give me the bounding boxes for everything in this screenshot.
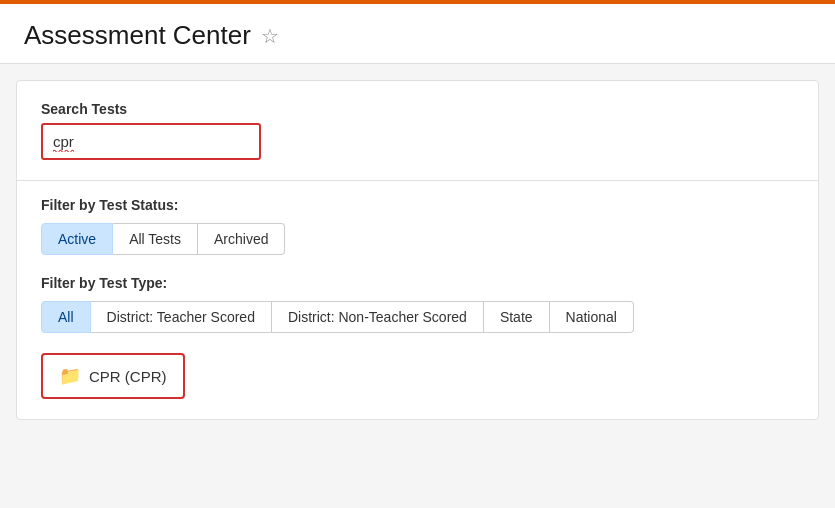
result-item-cpr[interactable]: 📁 CPR (CPR) — [41, 353, 185, 399]
filter-status-active-button[interactable]: Active — [41, 223, 113, 255]
divider — [17, 180, 818, 181]
search-box-wrapper: cpr — [41, 123, 261, 160]
filter-type-state-button[interactable]: State — [484, 301, 550, 333]
search-input-display[interactable]: cpr — [43, 125, 259, 158]
search-value-text: cpr — [53, 133, 74, 150]
filter-type-district-teacher-button[interactable]: District: Teacher Scored — [91, 301, 272, 333]
filter-status-section: Filter by Test Status: Active All Tests … — [41, 197, 794, 255]
filter-type-section: Filter by Test Type: All District: Teach… — [41, 275, 794, 333]
page-title: Assessment Center — [24, 20, 251, 51]
favorite-star-icon[interactable]: ☆ — [261, 24, 279, 48]
main-content: Search Tests cpr Filter by Test Status: … — [16, 80, 819, 420]
filter-status-label: Filter by Test Status: — [41, 197, 794, 213]
filter-status-all-button[interactable]: All Tests — [113, 223, 198, 255]
search-label: Search Tests — [41, 101, 794, 117]
filter-type-national-button[interactable]: National — [550, 301, 634, 333]
filter-type-group: All District: Teacher Scored District: N… — [41, 301, 794, 333]
filter-status-archived-button[interactable]: Archived — [198, 223, 285, 255]
result-item-label: CPR (CPR) — [89, 368, 167, 385]
filter-type-label: Filter by Test Type: — [41, 275, 794, 291]
filter-type-all-button[interactable]: All — [41, 301, 91, 333]
folder-icon: 📁 — [59, 365, 81, 387]
result-section: 📁 CPR (CPR) — [41, 353, 794, 399]
filter-type-district-non-teacher-button[interactable]: District: Non-Teacher Scored — [272, 301, 484, 333]
search-section: Search Tests cpr — [41, 101, 794, 160]
filter-status-group: Active All Tests Archived — [41, 223, 794, 255]
page-header: Assessment Center ☆ — [0, 4, 835, 64]
